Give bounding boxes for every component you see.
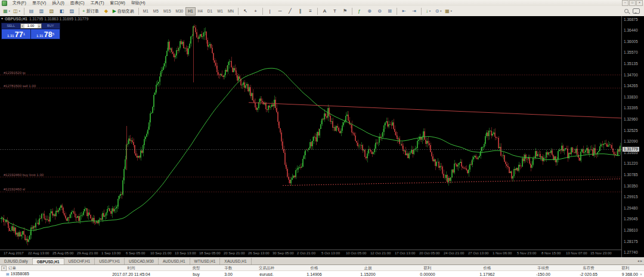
trendline-tool-button[interactable]: ╱ — [285, 7, 295, 16]
vertical-line-tool-button[interactable]: | — [265, 7, 275, 16]
channel-tool-button[interactable]: ∥ — [295, 7, 305, 16]
chart-shift-right-button[interactable]: ⇥ — [409, 7, 419, 16]
timeframe-button-w1[interactable]: W1 — [215, 7, 225, 16]
close-position-icon[interactable]: × — [640, 272, 642, 276]
toolbar-separator — [238, 8, 239, 15]
dropdown-caret-icon[interactable]: ▼ — [439, 10, 442, 13]
time-tick-label: 20 Oct 05:00 — [419, 251, 439, 255]
data-window-button[interactable]: ▥ — [36, 7, 47, 16]
column-header-4[interactable]: 交易品种 — [243, 265, 290, 271]
order-line-label: #12192460 buy limit 1.00 — [4, 173, 44, 177]
timeframe-button-h4[interactable]: H4 — [196, 7, 205, 16]
column-header-11[interactable]: 获利 — [607, 265, 644, 271]
menu-item-5[interactable]: 窗口(W) — [107, 1, 128, 5]
timeframe-button-m5[interactable]: M5 — [151, 7, 161, 16]
time-axis[interactable]: 17 Aug 201722 Aug 13:0025 Aug 05:0029 Au… — [0, 250, 621, 257]
column-header-10[interactable]: 库存费 — [570, 265, 607, 271]
mt4-window: 文件(F)显示(V)插入(I)图表(C)工具(T)窗口(W)帮助(H) −□× … — [0, 0, 644, 277]
column-header-5[interactable]: 价格 — [290, 265, 339, 271]
time-tick-label: 1 Sep 13:00 — [101, 251, 120, 255]
dropdown-caret-icon[interactable]: ▼ — [450, 10, 453, 13]
lot-size-value[interactable]: 1.00 — [24, 24, 38, 28]
cursor-tool-button[interactable]: ↖ — [240, 7, 250, 16]
column-header-9[interactable]: 手续费 — [516, 265, 570, 271]
one-click-trading-panel: SELL ▾ 1.00 ▴ BUY 1.31771 1.31785 — [1, 23, 60, 39]
price-tick-label: 1.36875 — [624, 17, 638, 21]
menu-item-6[interactable]: 帮助(H) — [128, 1, 148, 5]
autotrading-button[interactable]: ▶自动交易 — [112, 7, 137, 16]
period-menu-button[interactable]: ⊙▼ — [434, 7, 444, 16]
fibonacci-tool-button[interactable]: ≡ — [305, 7, 315, 16]
navigator-button[interactable]: ▧ — [47, 7, 57, 16]
community-icon[interactable] — [633, 8, 640, 14]
zoom-out-button[interactable]: ⊖ — [374, 7, 385, 16]
restore-icon[interactable]: □ — [629, 0, 636, 6]
new-order-button[interactable]: +新订单 — [81, 7, 101, 16]
trendline — [249, 103, 621, 118]
profiles-button[interactable]: ◫▼ — [12, 7, 22, 16]
timeframe-button-mn[interactable]: MN — [225, 7, 236, 16]
column-header-6[interactable]: 止损 — [339, 265, 397, 271]
indicators-button[interactable]: ƒ — [354, 7, 364, 16]
close-icon[interactable]: × — [636, 0, 643, 6]
order-row[interactable]: ▤193580852017.07.20 11:45:04buy3.00eurus… — [0, 271, 644, 277]
price-tick-label: 1.34700 — [624, 73, 638, 77]
menu-item-1[interactable]: 显示(V) — [29, 1, 49, 5]
horizontal-line-tool-button[interactable]: ─ — [275, 7, 285, 16]
toolbar-separator — [79, 8, 79, 15]
price-axis[interactable]: 1.368751.364401.360051.355701.351351.347… — [621, 16, 644, 257]
time-tick-label: 6 Sep 05:00 — [126, 251, 145, 255]
buy-price-button[interactable]: 1.31785 — [31, 29, 60, 39]
strategy-tester-button[interactable]: ▨ — [67, 7, 77, 16]
crosshair-tool-button[interactable]: + — [250, 7, 261, 16]
metaeditor-button[interactable]: ◆ — [101, 7, 112, 16]
price-tick-label: 1.33395 — [624, 106, 638, 110]
lot-size-stepper[interactable]: ▾ 1.00 ▴ — [20, 23, 42, 29]
time-tick-label: 24 Oct 21:00 — [444, 251, 464, 255]
sell-price-button[interactable]: 1.31771 — [2, 29, 31, 39]
menu-item-4[interactable]: 工具(T) — [88, 1, 107, 5]
price-tick-label: 1.29045 — [624, 217, 638, 221]
menu-item-0[interactable]: 文件(F) — [10, 1, 29, 5]
timeframe-button-d1[interactable]: D1 — [205, 7, 215, 16]
dropdown-caret-icon[interactable]: ▼ — [8, 10, 11, 13]
text-tool-button[interactable]: A — [320, 7, 330, 16]
column-header-8[interactable]: 价格 — [458, 265, 516, 271]
timeframe-button-m15[interactable]: M15 — [161, 7, 174, 16]
timeframe-button-m30[interactable]: M30 — [174, 7, 186, 16]
order-cell-5: 1.14906 — [290, 271, 339, 277]
timeframe-button-m1[interactable]: M1 — [141, 7, 151, 16]
market-watch-button[interactable]: ▤ — [26, 7, 36, 16]
charts-menu-button[interactable]: ↓▼ — [423, 7, 434, 16]
toolbar-separator — [317, 8, 318, 15]
chart-shift-left-button[interactable]: ⇤ — [399, 7, 409, 16]
terminal-close-icon[interactable]: × — [1, 266, 7, 271]
lot-increase-icon[interactable]: ▴ — [38, 24, 41, 28]
collapse-panel-icon[interactable]: ▾ — [1, 17, 3, 21]
minimize-icon[interactable]: − — [622, 0, 628, 6]
dropdown-caret-icon[interactable]: ▼ — [18, 10, 21, 13]
timeframe-button-h1[interactable]: H1 — [185, 7, 195, 16]
terminal-panel-button[interactable]: ◧ — [57, 7, 67, 16]
sell-button[interactable]: SELL — [2, 23, 20, 29]
zoom-in-button[interactable]: ⊕ — [364, 7, 374, 16]
chart-ohlc-values: 1.31795 1.31863 1.31695 1.31779 — [29, 17, 88, 21]
menu-item-3[interactable]: 图表(C) — [67, 1, 88, 5]
column-header-0[interactable]: 订单 — [0, 265, 83, 271]
new-chart-button[interactable]: ▦▼ — [2, 7, 12, 16]
arrows-tool-button[interactable]: ⚑ — [340, 7, 350, 16]
price-tick-label: 1.28175 — [624, 239, 638, 244]
menu-item-2[interactable]: 插入(I) — [49, 1, 67, 5]
dropdown-caret-icon[interactable]: ▼ — [429, 10, 431, 13]
tile-windows-button[interactable]: ⊞ — [385, 7, 395, 16]
buy-button[interactable]: BUY — [42, 23, 60, 29]
column-header-1[interactable]: 时间 — [83, 265, 179, 271]
column-header-2[interactable]: 类型 — [179, 265, 213, 271]
column-header-3[interactable]: 手数 — [213, 265, 243, 271]
text-label-tool-button[interactable]: T — [330, 7, 340, 16]
time-tick-label: 17 Oct 13:00 — [395, 251, 415, 255]
chart-plot-area[interactable]: ▾ GBPUSD,H1 1.31795 1.31863 1.31695 1.31… — [0, 16, 621, 250]
search-icon[interactable] — [624, 8, 630, 14]
column-header-7[interactable]: 获利 — [397, 265, 458, 271]
template-menu-button[interactable]: ▦▼ — [444, 7, 454, 16]
